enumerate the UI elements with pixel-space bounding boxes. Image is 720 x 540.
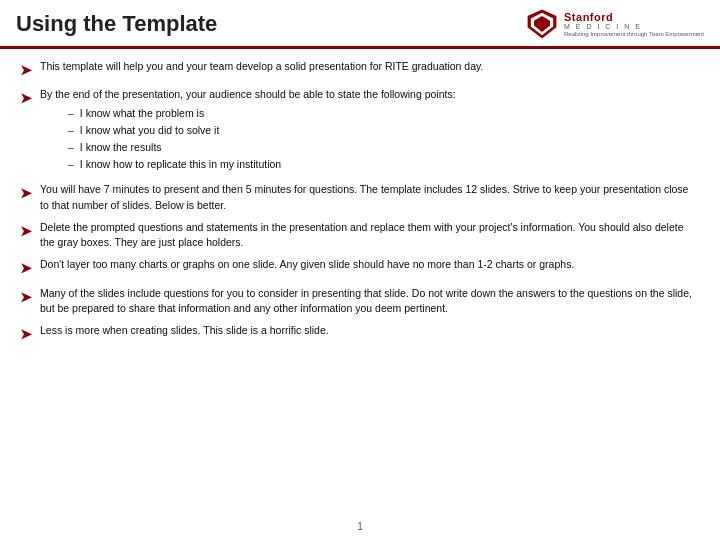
sub-bullet-2-2: – I know what you did to solve it [68,123,700,138]
bullet-6: ➤ Many of the slides include questions f… [20,286,700,316]
sub-bullet-2-1: – I know what the problem is [68,106,700,121]
sub-dash-1: – [68,106,74,121]
bullet-text-1: This template will help you and your tea… [40,59,700,74]
bullet-text-7: Less is more when creating slides. This … [40,323,700,338]
logo-area: Stanford M E D I C I N E Realizing Impro… [526,8,704,40]
bullet-icon-7: ➤ [20,324,32,344]
main-content: ➤ This template will help you and your t… [0,49,720,361]
bullet-icon-5: ➤ [20,258,32,278]
sub-bullets-2: – I know what the problem is – I know wh… [68,106,700,173]
page-title: Using the Template [16,11,217,37]
bullet-icon-6: ➤ [20,287,32,307]
stanford-name: Stanford [564,11,704,23]
bullet-text-6: Many of the slides include questions for… [40,286,700,316]
page-footer: 1 [0,521,720,532]
medicine-label: M E D I C I N E [564,23,704,31]
sub-dash-4: – [68,157,74,172]
bullet-text-4: Delete the prompted questions and statem… [40,220,700,250]
bullet-7: ➤ Less is more when creating slides. Thi… [20,323,700,344]
bullet-4: ➤ Delete the prompted questions and stat… [20,220,700,250]
bullet-5: ➤ Don't layer too many charts or graphs … [20,257,700,278]
bullet-2: ➤ By the end of the presentation, your a… [20,87,700,175]
page-number: 1 [357,521,363,532]
page-header: Using the Template Stanford M E D I C I … [0,0,720,49]
sub-dash-3: – [68,140,74,155]
bullet-icon-2: ➤ [20,88,32,108]
bullet-text-3: You will have 7 minutes to present and t… [40,182,700,212]
bullet-1: ➤ This template will help you and your t… [20,59,700,80]
bullet-text-2: By the end of the presentation, your aud… [40,87,700,175]
bullet-icon-4: ➤ [20,221,32,241]
stanford-shield-icon [526,8,558,40]
logo-tagline: Realizing Improvement through Team Empow… [564,31,704,38]
bullet-text-5: Don't layer too many charts or graphs on… [40,257,700,272]
stanford-logo-text: Stanford M E D I C I N E Realizing Impro… [564,11,704,37]
bullet-icon-1: ➤ [20,60,32,80]
sub-bullet-2-4: – I know how to replicate this in my ins… [68,157,700,172]
sub-bullet-2-3: – I know the results [68,140,700,155]
bullet-icon-3: ➤ [20,183,32,203]
bullet-3: ➤ You will have 7 minutes to present and… [20,182,700,212]
sub-dash-2: – [68,123,74,138]
